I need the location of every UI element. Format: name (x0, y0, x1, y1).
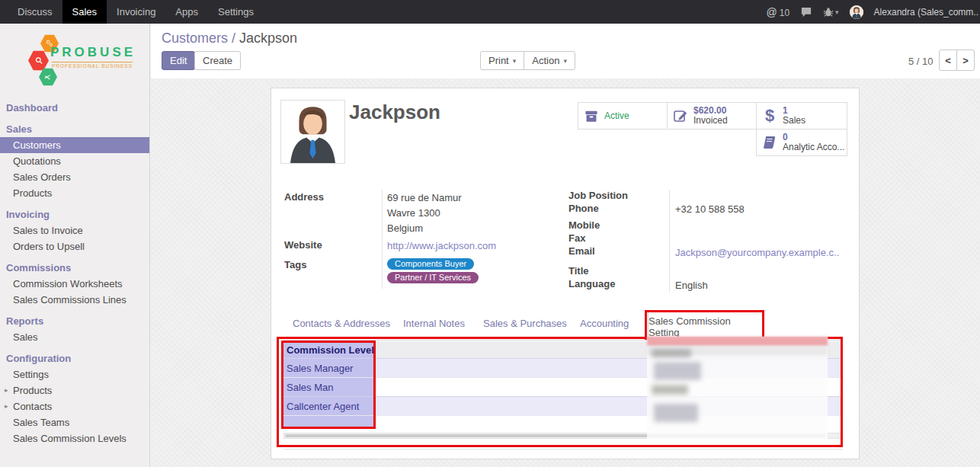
user-avatar[interactable] (850, 5, 863, 19)
blurred-text-blob (654, 404, 698, 422)
sidebar-item-orders-to-upsell[interactable]: Orders to Upsell (0, 238, 149, 254)
logo-tools-icon (39, 68, 57, 86)
phone-label: Phone (568, 203, 599, 214)
address-line-3[interactable]: Belgium (387, 222, 423, 234)
menu-sales[interactable]: Sales (62, 0, 107, 24)
book-icon (757, 135, 783, 150)
stat-button-invoiced[interactable]: $620.00 Invoiced (667, 102, 757, 130)
debug-button[interactable]: ▾ (823, 7, 839, 18)
title-label: Title (568, 265, 589, 277)
sidebar-heading-configuration[interactable]: Configuration (0, 350, 149, 366)
sidebar-heading-dashboard[interactable]: Dashboard (0, 100, 149, 116)
job-position-label: Job Position (568, 190, 628, 201)
sidebar-item-sales-commissions-lines[interactable]: Sales Commissions Lines (0, 292, 149, 308)
sidebar-item-sales-teams[interactable]: Sales Teams (0, 414, 149, 430)
tag-components-buyer[interactable]: Components Buyer (387, 258, 474, 270)
blurred-text-blob (652, 385, 688, 395)
user-menu[interactable]: Alexandra (Sales_comm.. (874, 7, 978, 18)
at-icon: @ (767, 6, 777, 18)
logo-subtitle: PROFESSIONAL BUSINESS (52, 62, 133, 69)
sidebar-item-sales-to-invoice[interactable]: Sales to Invoice (0, 222, 149, 238)
sidebar-item-sales-orders[interactable]: Sales Orders (0, 169, 149, 185)
sidebar: PROBUSE PROFESSIONAL BUSINESS Dashboard … (0, 24, 150, 467)
mentions-button[interactable]: @10 (767, 6, 790, 18)
language-label: Language (568, 278, 615, 289)
pager-prev-button[interactable]: < (939, 50, 957, 71)
tab-internal-notes[interactable]: Internal Notes (403, 318, 465, 329)
sidebar-item-reports-sales[interactable]: Sales (0, 329, 149, 345)
commission-level-cell[interactable]: Sales Manager (283, 359, 375, 377)
sidebar-item-label: Contacts (13, 401, 52, 412)
commission-level-cell-empty[interactable] (283, 416, 375, 429)
edit-button[interactable]: Edit (162, 51, 195, 70)
breadcrumb-customers[interactable]: Customers (162, 30, 228, 46)
customer-photo[interactable] (280, 100, 345, 164)
topbar-right: @10 ▾ Alexandra (Sales_comm.. (767, 0, 980, 24)
stat-button-sales[interactable]: $ 1 Sales (756, 102, 847, 130)
sidebar-item-settings[interactable]: Settings (0, 366, 149, 382)
stat-button-active[interactable]: Active (578, 102, 668, 130)
sidebar-item-customers[interactable]: Customers (0, 137, 149, 153)
print-button[interactable]: Print▾ (480, 51, 524, 70)
mobile-label: Mobile (568, 219, 600, 231)
stat-button-analytic[interactable]: 0 Analytic Acco... (756, 129, 847, 156)
top-menubar: Discuss Sales Invoicing Apps Settings @1… (0, 0, 980, 24)
tag-partner-it-services[interactable]: Partner / IT Services (387, 272, 479, 283)
pager-next-button[interactable]: > (956, 50, 975, 71)
address-label: Address (284, 191, 324, 203)
breadcrumb-separator: / (232, 30, 235, 46)
customer-name-title: Jackpson (349, 101, 440, 124)
control-panel: Customers / Jackpson Edit Create Print▾ … (151, 24, 980, 78)
print-label: Print (488, 55, 509, 66)
email-link[interactable]: Jackpson@yourcompany.example.c.. (675, 247, 839, 258)
tab-sales-purchases[interactable]: Sales & Purchases (483, 318, 567, 329)
fax-label: Fax (568, 232, 585, 244)
tab-contacts-addresses[interactable]: Contacts & Addresses (293, 318, 390, 329)
language-value[interactable]: English (675, 280, 708, 291)
sidebar-heading-reports[interactable]: Reports (0, 313, 149, 329)
sidebar-item-commission-worksheets[interactable]: Commission Worksheets (0, 276, 149, 292)
sidebar-heading-invoicing[interactable]: Invoicing (0, 206, 149, 222)
action-label: Action (532, 55, 559, 66)
menu-invoicing[interactable]: Invoicing (107, 0, 165, 24)
create-button[interactable]: Create (194, 51, 241, 70)
pager-counter: 5 / 10 (908, 56, 934, 67)
customer-form-sheet: Jackpson Active $620.00 Invoiced $ 1 (271, 88, 860, 459)
logo-magnifier-icon (28, 50, 49, 71)
blurred-text-blob (652, 349, 691, 357)
sidebar-menu: Dashboard Sales Customers Quotations Sal… (0, 100, 149, 446)
stat-label-analytic: Analytic Acco... (783, 142, 844, 152)
expand-arrow-icon[interactable]: ▸ (5, 398, 8, 414)
sidebar-item-label: Products (13, 385, 52, 396)
messages-button[interactable] (800, 7, 812, 18)
sidebar-item-config-products[interactable]: ▸Products (0, 382, 149, 398)
breadcrumb: Customers / Jackpson (162, 30, 297, 46)
expand-arrow-icon[interactable]: ▸ (5, 382, 8, 398)
sidebar-item-quotations[interactable]: Quotations (0, 153, 149, 169)
tab-accounting[interactable]: Accounting (580, 318, 629, 329)
sidebar-item-products[interactable]: Products (0, 185, 149, 201)
phone-value[interactable]: +32 10 588 558 (675, 203, 745, 215)
address-line-1[interactable]: 69 rue de Namur (387, 192, 462, 203)
menu-settings[interactable]: Settings (208, 0, 264, 24)
commission-level-cell[interactable]: Callcenter Agent (283, 397, 375, 415)
address-line-2[interactable]: Wavre 1300 (387, 207, 440, 219)
blurred-region (647, 337, 828, 439)
menu-discuss[interactable]: Discuss (8, 0, 62, 24)
edit-note-icon (668, 108, 693, 123)
archive-icon (578, 109, 604, 123)
sidebar-item-sales-commission-levels[interactable]: Sales Commission Levels (0, 430, 149, 446)
website-link[interactable]: http://www.jackpson.com (387, 240, 496, 251)
menu-apps[interactable]: Apps (165, 0, 208, 24)
bug-icon (823, 7, 834, 18)
sidebar-heading-commissions[interactable]: Commissions (0, 260, 149, 276)
sidebar-item-config-contacts[interactable]: ▸Contacts (0, 398, 149, 414)
logo-title: PROBUSE (50, 45, 136, 60)
field-group-separator (669, 190, 670, 293)
commission-level-header[interactable]: Commission Level (283, 341, 375, 358)
caret-down-icon: ▾ (513, 57, 517, 65)
sidebar-heading-sales[interactable]: Sales (0, 121, 149, 137)
commission-level-cell[interactable]: Sales Man (283, 378, 375, 396)
action-buttons: Print▾ Action▾ (480, 51, 575, 70)
action-button[interactable]: Action▾ (524, 51, 575, 70)
